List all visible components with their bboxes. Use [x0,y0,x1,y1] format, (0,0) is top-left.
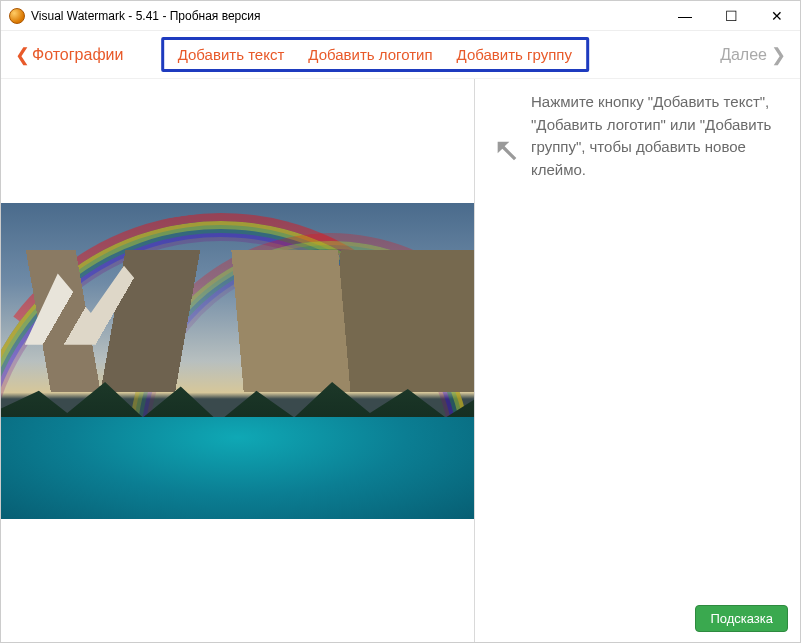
hint-arrow-icon [493,137,521,169]
add-text-button[interactable]: Добавить текст [178,46,285,63]
add-actions-highlight: Добавить текст Добавить логотип Добавить… [161,37,589,72]
add-logo-button[interactable]: Добавить логотип [308,46,432,63]
main-area: Нажмите кнопку "Добавить текст", "Добави… [1,79,800,642]
back-to-photos-button[interactable]: ❮ Фотографии [15,46,123,64]
preview-canvas[interactable] [1,79,474,642]
side-panel: Нажмите кнопку "Добавить текст", "Добави… [475,79,800,642]
app-icon [9,8,25,24]
preview-photo [1,203,474,519]
next-button[interactable]: Далее ❯ [720,46,786,64]
hint-button[interactable]: Подсказка [695,605,788,632]
window-title: Visual Watermark - 5.41 - Пробная версия [31,9,662,23]
maximize-button[interactable]: ☐ [708,1,754,30]
hint-text: Нажмите кнопку "Добавить текст", "Добави… [531,91,782,181]
close-button[interactable]: ✕ [754,1,800,30]
chevron-right-icon: ❯ [771,46,786,64]
app-window: Visual Watermark - 5.41 - Пробная версия… [0,0,801,643]
chevron-left-icon: ❮ [15,46,30,64]
window-controls: — ☐ ✕ [662,1,800,30]
next-label: Далее [720,46,767,64]
hint-row: Нажмите кнопку "Добавить текст", "Добави… [493,91,782,181]
toolbar: ❮ Фотографии Добавить текст Добавить лог… [1,31,800,79]
minimize-button[interactable]: — [662,1,708,30]
back-label: Фотографии [32,46,123,64]
add-group-button[interactable]: Добавить группу [457,46,572,63]
titlebar: Visual Watermark - 5.41 - Пробная версия… [1,1,800,31]
